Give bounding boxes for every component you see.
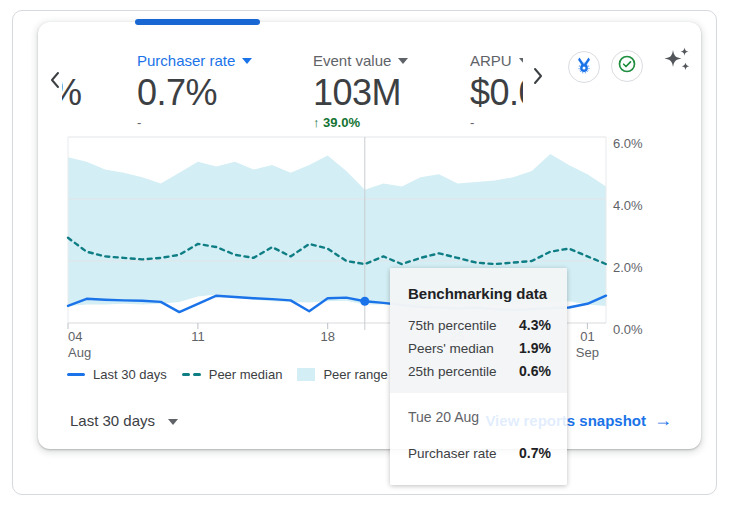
tooltip-date: Tue 20 Aug (408, 409, 551, 425)
row-label: Peers' median (408, 338, 494, 360)
tooltip-row-75th: 75th percentile 4.3% (408, 314, 551, 337)
row-label: 75th percentile (408, 315, 497, 337)
tooltip-title: Benchmarking data (408, 285, 551, 302)
legend-label: Peer median (209, 367, 283, 382)
chevron-down-icon (242, 58, 252, 64)
legend-label: Last 30 days (93, 367, 167, 382)
chevron-right-icon (532, 67, 544, 88)
area-swatch-icon (297, 368, 315, 381)
row-label: Purchaser rate (408, 443, 497, 465)
insights-button[interactable] (659, 44, 695, 80)
svg-text:0.0%: 0.0% (613, 322, 643, 337)
metric-value: 0.7% (137, 73, 313, 113)
svg-text:6.0%: 6.0% (613, 136, 643, 151)
benchmarking-medal-button[interactable] (568, 51, 600, 83)
tooltip-row-25th: 25th percentile 0.6% (408, 360, 551, 383)
metric-value: $0.0 (470, 73, 523, 113)
metric-value: 103M (313, 73, 489, 113)
row-value: 0.7% (519, 442, 551, 464)
solid-line-swatch-icon (67, 373, 85, 376)
svg-text:01: 01 (580, 329, 594, 344)
row-label: 25th percentile (408, 361, 497, 383)
legend-item-peer-median: Peer median (182, 367, 283, 382)
chevron-left-icon (49, 71, 61, 92)
date-range-label: Last 30 days (70, 412, 155, 429)
tooltip-row-median: Peers' median 1.9% (408, 337, 551, 360)
metric-change: - (470, 115, 523, 131)
tooltip-date-section: Tue 20 Aug Purchaser rate 0.7% (390, 393, 567, 485)
row-value: 1.9% (519, 337, 551, 359)
tooltip-row-metric: Purchaser rate 0.7% (408, 442, 551, 465)
metric-selector-event-value[interactable]: Event value (313, 50, 489, 70)
date-range-dropdown[interactable]: Last 30 days (70, 412, 178, 429)
svg-text:Aug: Aug (68, 345, 91, 360)
benchmarking-page: 04Aug11182501Sep0.0%2.0%4.0%6.0% % Purch… (0, 0, 731, 508)
metrics-carousel[interactable]: % Purchaser rate 0.7% - Event value 103M… (62, 40, 523, 134)
metric-selector-arpu[interactable]: ARPU (470, 50, 523, 70)
legend-item-peer-range: Peer range (297, 367, 387, 382)
legend-item-last-30-days: Last 30 days (67, 367, 167, 382)
carousel-prev-button[interactable] (44, 69, 66, 93)
row-value: 4.3% (519, 314, 551, 336)
dashed-line-swatch-icon (182, 373, 201, 376)
svg-text:11: 11 (191, 329, 205, 344)
metric-change: - (137, 115, 313, 131)
metric-event-value: Event value 103M ↑ 39.0% (313, 40, 489, 131)
chevron-down-icon (398, 58, 408, 64)
legend-label: Peer range (323, 367, 387, 382)
sparkle-icon (660, 44, 694, 81)
metric-purchaser-rate: Purchaser rate 0.7% - (137, 40, 313, 131)
check-circle-icon (617, 54, 637, 78)
medal-icon (575, 56, 593, 78)
svg-text:18: 18 (320, 329, 334, 344)
benchmark-tooltip: Benchmarking data 75th percentile 4.3% P… (390, 268, 567, 485)
top-scroll-indicator[interactable] (135, 19, 260, 25)
metric-label: Event value (313, 52, 391, 69)
data-quality-button[interactable] (611, 50, 643, 82)
metric-label: Purchaser rate (137, 52, 235, 69)
chevron-down-icon (168, 419, 178, 425)
arrow-right-icon: → (654, 413, 672, 428)
svg-text:Sep: Sep (576, 345, 599, 360)
metric-label: ARPU (470, 52, 512, 69)
chevron-down-icon (519, 58, 523, 64)
metric-arpu: ARPU $0.0 - (470, 40, 523, 131)
tooltip-benchmark-section: Benchmarking data 75th percentile 4.3% P… (390, 268, 567, 393)
svg-text:2.0%: 2.0% (613, 260, 643, 275)
svg-text:04: 04 (68, 329, 82, 344)
row-value: 0.6% (519, 360, 551, 382)
svg-text:4.0%: 4.0% (613, 198, 643, 213)
metric-selector-purchaser-rate[interactable]: Purchaser rate (137, 50, 313, 70)
chart-legend: Last 30 days Peer median Peer range (67, 367, 388, 382)
metric-change: ↑ 39.0% (313, 115, 489, 131)
carousel-next-button[interactable] (527, 65, 549, 89)
